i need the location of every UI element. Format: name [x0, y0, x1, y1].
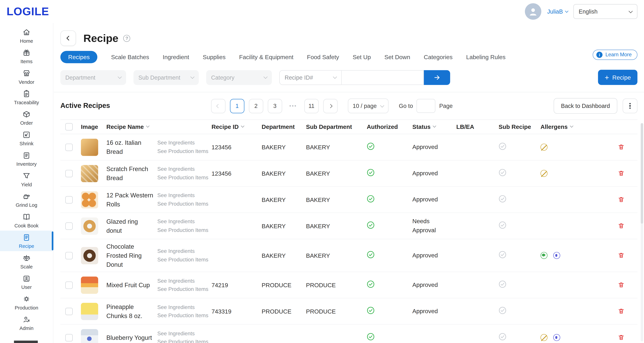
column-header-recipe-id[interactable]: Recipe ID — [212, 123, 262, 130]
search-input[interactable] — [342, 70, 424, 85]
pagination-ellipsis[interactable]: ••• — [286, 103, 300, 109]
tab-supplies[interactable]: Supplies — [203, 51, 226, 63]
sidebar-item-traceability[interactable]: Traceability — [0, 87, 53, 107]
add-recipe-button[interactable]: + Recipe — [598, 70, 638, 85]
authorized-check-icon — [367, 251, 412, 260]
sidebar-item-home[interactable]: Home — [0, 25, 53, 46]
language-select[interactable]: English — [574, 4, 638, 19]
see-production-items-link[interactable]: See Production Items — [157, 226, 212, 234]
sidebar-item-inventory[interactable]: Inventory — [0, 149, 53, 169]
row-checkbox[interactable] — [65, 143, 72, 151]
tab-food-safety[interactable]: Food Safety — [307, 51, 339, 63]
see-ingredients-link[interactable]: See Ingredients — [157, 277, 212, 285]
column-header-status[interactable]: Status — [412, 123, 456, 130]
back-button[interactable] — [60, 30, 76, 46]
pagination-page-2[interactable]: 2 — [249, 99, 263, 113]
avatar[interactable] — [525, 3, 542, 20]
tab-categories[interactable]: Categories — [424, 51, 453, 63]
pagination-next-button[interactable] — [323, 99, 338, 113]
sidebar-item-scale[interactable]: Scale — [0, 251, 53, 272]
pagination-page-3[interactable]: 3 — [268, 99, 282, 113]
tab-labeling-rules[interactable]: Labeling Rules — [466, 51, 506, 63]
grind-log-icon — [22, 192, 31, 200]
sidebar-item-recipe[interactable]: Recipe — [0, 231, 53, 251]
see-ingredients-link[interactable]: See Ingredients — [157, 247, 212, 255]
sidebar-item-grind-log[interactable]: Grind Log — [0, 190, 53, 210]
delete-button[interactable] — [616, 221, 626, 231]
help-icon[interactable]: ? — [123, 35, 130, 42]
column-header-authorized: Authorized — [367, 123, 412, 130]
see-production-items-link[interactable]: See Production Items — [157, 338, 212, 343]
see-ingredients-link[interactable]: See Ingredients — [157, 330, 212, 338]
trash-icon — [617, 222, 625, 230]
delete-button[interactable] — [616, 280, 626, 290]
pagination-page-11[interactable]: 11 — [304, 99, 319, 113]
info-icon: i — [596, 51, 602, 58]
category-filter[interactable]: Category — [206, 70, 272, 85]
row-checkbox[interactable] — [65, 222, 72, 230]
sub-department-filter[interactable]: Sub Department — [134, 70, 199, 85]
row-checkbox[interactable] — [65, 252, 72, 259]
sidebar-item-items[interactable]: Items — [0, 46, 53, 66]
see-production-items-link[interactable]: See Production Items — [157, 256, 212, 264]
see-production-items-link[interactable]: See Production Items — [157, 200, 212, 208]
page-scrollbar[interactable] — [641, 123, 643, 342]
see-ingredients-link[interactable]: See Ingredients — [157, 303, 212, 311]
department-filter[interactable]: Department — [60, 70, 126, 85]
column-header-recipe-name[interactable]: Recipe Name — [106, 123, 157, 130]
page-size-select[interactable]: 10 / page — [348, 98, 388, 113]
sidebar-item-cook-book[interactable]: Cook Book — [0, 210, 53, 231]
table-row: Mixed Fruit Cup See IngredientsSee Produ… — [60, 272, 638, 299]
delete-button[interactable] — [616, 307, 626, 316]
tab-recipes[interactable]: Recipes — [60, 51, 98, 63]
sidebar-item-admin[interactable]: Admin — [0, 313, 53, 333]
goto-page-input[interactable] — [416, 99, 436, 113]
select-all-checkbox[interactable] — [65, 123, 72, 131]
row-checkbox[interactable] — [65, 308, 72, 315]
learn-more-button[interactable]: i Learn More — [593, 49, 638, 60]
row-checkbox[interactable] — [65, 170, 72, 177]
see-production-items-link[interactable]: See Production Items — [157, 147, 212, 155]
more-actions-button[interactable] — [623, 98, 638, 113]
sidebar-item-yield[interactable]: Yield — [0, 169, 53, 190]
sidebar-item-vendor[interactable]: Vendor — [0, 66, 53, 87]
tab-set-down[interactable]: Set Down — [384, 51, 410, 63]
pagination-page-1[interactable]: 1 — [230, 99, 244, 113]
tab-facility-equipment[interactable]: Facility & Equipment — [239, 51, 294, 63]
chevron-down-icon — [380, 103, 384, 107]
recipe-id-filter[interactable]: Recipe ID# — [279, 70, 342, 85]
delete-button[interactable] — [616, 251, 626, 260]
chevron-down-icon — [565, 9, 568, 12]
sidebar-item-shrink[interactable]: Shrink — [0, 128, 53, 148]
column-header-allergens[interactable]: Allergens — [540, 123, 602, 130]
see-ingredients-link[interactable]: See Ingredients — [157, 218, 212, 226]
row-checkbox[interactable] — [65, 196, 72, 203]
row-checkbox[interactable] — [65, 281, 72, 289]
sidebar-item-order[interactable]: Order — [0, 108, 53, 128]
see-production-items-link[interactable]: See Production Items — [157, 173, 212, 182]
delete-button[interactable] — [616, 333, 626, 342]
delete-button[interactable] — [616, 142, 626, 152]
user-menu[interactable]: JuliaB — [547, 8, 568, 15]
row-checkbox[interactable] — [65, 334, 72, 341]
tab-scale-batches[interactable]: Scale Batches — [111, 51, 149, 63]
see-ingredients-link[interactable]: See Ingredients — [157, 139, 212, 147]
search-go-button[interactable] — [424, 70, 450, 85]
sort-icon — [433, 124, 436, 127]
tab-set-up[interactable]: Set Up — [353, 51, 371, 63]
see-ingredients-link[interactable]: See Ingredients — [157, 191, 212, 200]
delete-button[interactable] — [616, 195, 626, 204]
scrollbar-thumb[interactable] — [641, 123, 643, 224]
sidebar-item-production[interactable]: Production — [0, 292, 53, 313]
logile-logo[interactable]: LOGILE — [6, 5, 49, 18]
see-production-items-link[interactable]: See Production Items — [157, 311, 212, 320]
tab-ingredient[interactable]: Ingredient — [163, 51, 189, 63]
table-row: 12 Pack Western Rolls See IngredientsSee… — [60, 187, 638, 213]
see-production-items-link[interactable]: See Production Items — [157, 285, 212, 293]
recipe-thumbnail — [81, 277, 98, 294]
pagination-prev-button[interactable] — [211, 99, 226, 113]
back-to-dashboard-button[interactable]: Back to Dashboard — [554, 98, 617, 114]
delete-button[interactable] — [616, 169, 626, 178]
sidebar-item-user[interactable]: User — [0, 272, 53, 292]
see-ingredients-link[interactable]: See Ingredients — [157, 165, 212, 173]
